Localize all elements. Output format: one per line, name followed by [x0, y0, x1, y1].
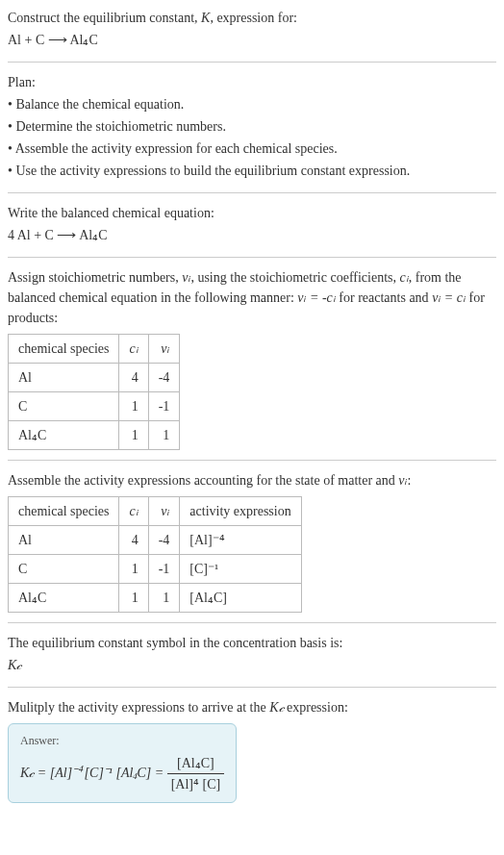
stoich-text-mid1: , using the stoichiometric coefficients,: [190, 270, 399, 285]
answer-box: Answer: K𝒸 = [Al]⁻⁴ [C]⁻¹ [Al₄C] = [Al₄C…: [8, 723, 237, 803]
stoich-table: chemical species cᵢ νᵢ Al 4 -4 C 1 -1 Al…: [8, 334, 180, 450]
fraction-denominator: [Al]⁴ [C]: [167, 774, 225, 794]
stoich-rule1: νᵢ = -cᵢ: [297, 290, 336, 305]
stoich-text-pre: Assign stoichiometric numbers,: [8, 270, 182, 285]
col-species: chemical species: [9, 497, 119, 526]
cell-expr: [C]⁻¹: [180, 555, 301, 584]
stoich-ci: cᵢ: [400, 270, 409, 285]
answer-fraction: [Al₄C][Al]⁴ [C]: [167, 753, 225, 794]
k-symbol: K: [201, 11, 210, 25]
cell-expr: [Al]⁻⁴: [180, 526, 301, 555]
cell-species: Al: [9, 526, 119, 555]
fraction-numerator: [Al₄C]: [167, 753, 225, 774]
cell-species: C: [9, 555, 119, 584]
cell-c: 1: [119, 392, 148, 421]
plan-section: Plan: • Balance the chemical equation. •…: [8, 72, 496, 193]
symbol-line1: The equilibrium constant symbol in the c…: [8, 633, 496, 653]
activity-heading: Assemble the activity expressions accoun…: [8, 470, 496, 490]
col-ci: cᵢ: [119, 497, 148, 526]
stoich-text-mid3: for reactants and: [336, 290, 432, 305]
col-ci: cᵢ: [119, 335, 148, 364]
cell-species: Al₄C: [9, 421, 119, 450]
intro-text-pre: Construct the equilibrium constant,: [8, 11, 201, 25]
activity-table: chemical species cᵢ νᵢ activity expressi…: [8, 496, 302, 613]
col-expr: activity expression: [180, 497, 301, 526]
symbol-section: The equilibrium constant symbol in the c…: [8, 633, 496, 688]
answer-lhs: K𝒸 = [Al]⁻⁴ [C]⁻¹ [Al₄C] =: [20, 766, 167, 780]
col-vi: νᵢ: [148, 335, 180, 364]
table-row: Al 4 -4: [9, 364, 180, 392]
cell-v: -4: [148, 364, 180, 392]
table-row: Al₄C 1 1: [9, 421, 180, 450]
cell-v: 1: [148, 421, 180, 450]
cell-expr: [Al₄C]: [180, 584, 301, 613]
balanced-equation: 4 Al + C ⟶ Al₄C: [8, 225, 496, 245]
plan-heading: Plan:: [8, 72, 496, 92]
kc-symbol: K𝒸: [8, 655, 496, 675]
cell-v: -1: [148, 392, 180, 421]
intro-equation: Al + C ⟶ Al₄C: [8, 30, 496, 50]
activity-heading-vi: νᵢ: [398, 473, 407, 488]
col-vi: νᵢ: [148, 497, 180, 526]
table-header-row: chemical species cᵢ νᵢ: [9, 335, 180, 364]
cell-species: Al₄C: [9, 584, 119, 613]
balanced-section: Write the balanced chemical equation: 4 …: [8, 203, 496, 258]
activity-heading-post: :: [408, 473, 412, 488]
plan-bullet-1: • Balance the chemical equation.: [8, 94, 496, 114]
multiply-section: Mulitply the activity expressions to arr…: [8, 697, 496, 813]
stoich-section: Assign stoichiometric numbers, νᵢ, using…: [8, 267, 496, 461]
multiply-kc: K𝒸: [269, 700, 283, 715]
cell-v: -4: [148, 526, 180, 555]
cell-species: Al: [9, 364, 119, 392]
multiply-heading: Mulitply the activity expressions to arr…: [8, 697, 496, 717]
plan-bullet-2: • Determine the stoichiometric numbers.: [8, 116, 496, 137]
cell-species: C: [9, 392, 119, 421]
multiply-heading-post: expression:: [284, 700, 348, 715]
table-row: Al₄C 1 1 [Al₄C]: [9, 584, 302, 613]
balanced-heading: Write the balanced chemical equation:: [8, 203, 496, 223]
stoich-rule2: νᵢ = cᵢ: [432, 290, 466, 305]
cell-c: 1: [119, 421, 148, 450]
intro-section: Construct the equilibrium constant, K, e…: [8, 8, 496, 63]
activity-section: Assemble the activity expressions accoun…: [8, 470, 496, 623]
stoich-text: Assign stoichiometric numbers, νᵢ, using…: [8, 267, 496, 328]
table-row: Al 4 -4 [Al]⁻⁴: [9, 526, 302, 555]
cell-v: 1: [148, 584, 180, 613]
answer-formula: K𝒸 = [Al]⁻⁴ [C]⁻¹ [Al₄C] = [Al₄C][Al]⁴ […: [20, 753, 224, 794]
table-row: C 1 -1: [9, 392, 180, 421]
cell-v: -1: [148, 555, 180, 584]
intro-text-post: , expression for:: [210, 11, 297, 25]
multiply-heading-pre: Mulitply the activity expressions to arr…: [8, 700, 269, 715]
cell-c: 4: [119, 364, 148, 392]
cell-c: 1: [119, 555, 148, 584]
table-row: C 1 -1 [C]⁻¹: [9, 555, 302, 584]
cell-c: 1: [119, 584, 148, 613]
plan-bullet-3: • Assemble the activity expression for e…: [8, 138, 496, 159]
table-header-row: chemical species cᵢ νᵢ activity expressi…: [9, 497, 302, 526]
plan-bullet-4: • Use the activity expressions to build …: [8, 161, 496, 181]
answer-label: Answer:: [20, 732, 224, 749]
col-species: chemical species: [9, 335, 119, 364]
activity-heading-pre: Assemble the activity expressions accoun…: [8, 473, 398, 488]
intro-line1: Construct the equilibrium constant, K, e…: [8, 8, 496, 28]
cell-c: 4: [119, 526, 148, 555]
